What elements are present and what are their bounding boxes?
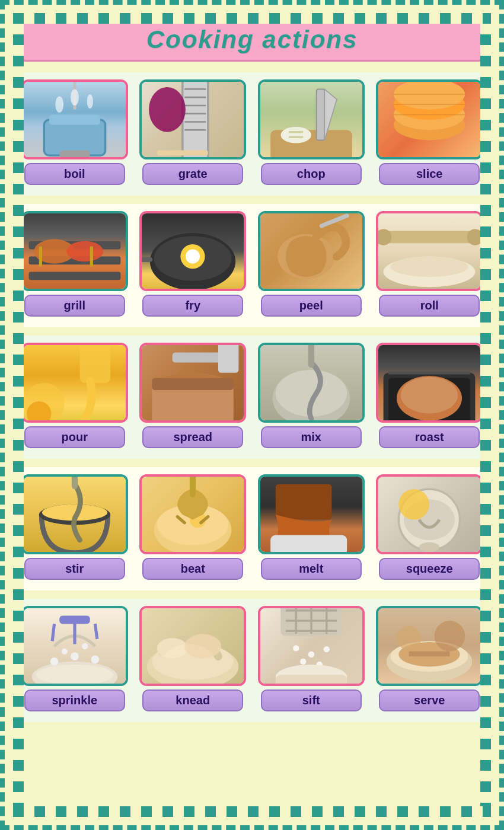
svg-point-100 xyxy=(323,646,329,652)
image-frame-squeeze xyxy=(376,474,483,554)
label-box-slice: slice xyxy=(379,163,480,185)
image-roast xyxy=(378,345,480,420)
image-beat xyxy=(142,477,244,552)
label-fry: fry xyxy=(185,299,200,312)
svg-rect-0 xyxy=(44,120,105,155)
svg-point-82 xyxy=(82,643,88,649)
card-boil: boil xyxy=(20,79,129,185)
svg-rect-71 xyxy=(270,535,347,552)
image-serve xyxy=(378,608,480,684)
image-roll xyxy=(378,213,480,289)
image-sift xyxy=(260,608,362,684)
image-mix xyxy=(260,345,362,420)
image-sprinkle xyxy=(24,608,126,684)
section-row-1: grill fry peel roll xyxy=(15,204,489,327)
section-row-2: pour spread mix roast xyxy=(15,336,489,459)
label-mix: mix xyxy=(301,430,321,443)
svg-rect-35 xyxy=(90,246,93,266)
svg-point-19 xyxy=(280,127,311,143)
label-box-squeeze: squeeze xyxy=(379,558,480,580)
svg-point-101 xyxy=(300,658,306,664)
image-frame-pour xyxy=(21,343,128,423)
label-box-grate: grate xyxy=(142,163,243,185)
label-sift: sift xyxy=(302,694,320,707)
svg-point-6 xyxy=(87,94,92,108)
card-serve: serve xyxy=(375,606,484,711)
image-frame-sprinkle xyxy=(21,606,128,686)
image-spread xyxy=(142,345,244,420)
label-box-beat: beat xyxy=(142,558,243,580)
label-serve: serve xyxy=(414,694,445,707)
label-slice: slice xyxy=(416,167,442,180)
image-squeeze xyxy=(378,477,480,552)
card-sift: sift xyxy=(257,606,366,711)
label-spread: spread xyxy=(173,430,212,443)
image-stir xyxy=(24,477,126,552)
label-grate: grate xyxy=(178,167,208,180)
image-frame-mix xyxy=(258,343,365,423)
card-squeeze: squeeze xyxy=(375,474,484,580)
svg-point-5 xyxy=(71,89,79,106)
label-pour: pour xyxy=(62,430,88,443)
image-frame-stir xyxy=(21,474,128,554)
svg-point-47 xyxy=(391,256,468,276)
card-knead: knead xyxy=(139,606,248,711)
svg-point-14 xyxy=(149,87,186,132)
page-container: Cooking actions boil grate chop slice xyxy=(0,0,504,830)
image-frame-sift xyxy=(258,606,365,686)
image-frame-serve xyxy=(376,606,483,686)
svg-rect-52 xyxy=(152,378,234,390)
svg-line-84 xyxy=(52,624,54,641)
label-box-chop: chop xyxy=(261,163,362,185)
image-slice xyxy=(378,82,480,157)
section-row-0: boil grate chop slice xyxy=(15,72,489,196)
svg-rect-108 xyxy=(409,651,450,656)
svg-point-74 xyxy=(399,489,430,520)
label-knead: knead xyxy=(176,694,210,707)
card-fry: fry xyxy=(139,211,248,317)
page-title: Cooking actions xyxy=(29,25,475,54)
label-box-roast: roast xyxy=(379,426,480,448)
card-roast: roast xyxy=(375,343,484,448)
grid-row-1: grill fry peel roll xyxy=(20,211,484,317)
svg-rect-104 xyxy=(276,675,347,684)
label-box-stir: stir xyxy=(24,558,125,580)
svg-rect-54 xyxy=(218,345,238,372)
card-melt: melt xyxy=(257,474,366,580)
label-roast: roast xyxy=(415,430,444,443)
image-knead xyxy=(142,608,244,684)
svg-rect-83 xyxy=(59,615,90,624)
label-box-peel: peel xyxy=(261,295,362,317)
svg-rect-44 xyxy=(384,231,476,243)
label-stir: stir xyxy=(65,562,84,575)
image-frame-roast xyxy=(376,343,483,423)
card-chop: chop xyxy=(257,79,366,185)
grid-row-2: pour spread mix roast xyxy=(20,343,484,448)
label-boil: boil xyxy=(64,167,85,180)
svg-rect-31 xyxy=(28,272,120,280)
image-boil xyxy=(24,82,126,157)
svg-point-90 xyxy=(184,634,221,658)
svg-rect-70 xyxy=(276,484,332,519)
image-frame-melt xyxy=(258,474,365,554)
svg-rect-7 xyxy=(183,82,208,157)
card-roll: roll xyxy=(375,211,484,317)
card-grill: grill xyxy=(20,211,129,317)
label-squeeze: squeeze xyxy=(406,562,453,575)
card-stir: stir xyxy=(20,474,129,580)
grid-row-0: boil grate chop slice xyxy=(20,79,484,185)
card-peel: peel xyxy=(257,211,366,317)
svg-point-33 xyxy=(66,241,103,261)
label-box-spread: spread xyxy=(142,426,243,448)
label-box-boil: boil xyxy=(24,163,125,185)
card-grate: grate xyxy=(139,79,248,185)
svg-point-109 xyxy=(435,621,465,652)
label-grill: grill xyxy=(63,299,85,312)
svg-point-98 xyxy=(293,645,299,651)
svg-rect-65 xyxy=(72,477,78,489)
image-melt xyxy=(260,477,362,552)
svg-rect-3 xyxy=(59,150,90,157)
label-box-fry: fry xyxy=(142,295,243,317)
label-box-serve: serve xyxy=(379,689,480,711)
section-row-3: stir beat melt squeeze xyxy=(15,467,489,590)
